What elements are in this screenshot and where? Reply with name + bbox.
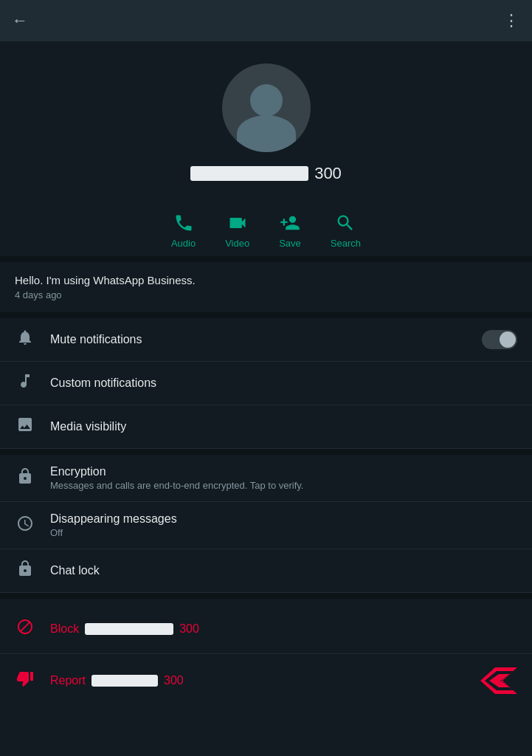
profile-section: 300 — [0, 41, 532, 198]
settings-section: Mute notifications Custom notifications … — [0, 318, 532, 593]
report-label: Report — [50, 674, 86, 687]
bell-icon — [15, 329, 35, 351]
disappearing-messages-content: Disappearing messages Off — [50, 512, 517, 538]
section-divider-4 — [0, 593, 532, 599]
timer-icon — [15, 515, 35, 537]
block-icon — [15, 618, 35, 640]
bio-section: Hello. I'm using WhatsApp Business. 4 da… — [0, 262, 532, 312]
report-name-number: 300 — [164, 674, 184, 687]
section-divider-2 — [0, 312, 532, 318]
chat-lock-title: Chat lock — [50, 564, 517, 577]
audio-icon — [173, 213, 194, 233]
media-visibility-content: Media visibility — [50, 420, 517, 433]
report-name-redacted — [91, 675, 158, 687]
bio-timestamp: 4 days ago — [15, 289, 517, 300]
encryption-subtitle: Messages and calls are end-to-end encryp… — [50, 480, 517, 491]
music-note-icon — [15, 372, 35, 394]
audio-button[interactable]: Audio — [171, 213, 196, 249]
encryption-content: Encryption Messages and calls are end-to… — [50, 465, 517, 491]
profile-name: 300 — [190, 164, 342, 183]
search-label: Search — [331, 238, 361, 249]
toggle-knob — [500, 331, 516, 348]
encryption-title: Encryption — [50, 465, 517, 478]
mute-notifications-title: Mute notifications — [50, 333, 467, 346]
lock-icon — [15, 467, 35, 489]
report-item[interactable]: Report 300 — [0, 654, 532, 707]
profile-number: 300 — [314, 164, 342, 183]
block-content: Block 300 — [50, 622, 517, 636]
chat-lock-content: Chat lock — [50, 564, 517, 577]
custom-notifications-title: Custom notifications — [50, 377, 517, 390]
save-label: Save — [279, 238, 301, 249]
custom-notifications-item[interactable]: Custom notifications — [0, 362, 532, 405]
menu-button[interactable]: ⋮ — [503, 11, 520, 30]
video-icon — [227, 213, 248, 233]
media-visibility-item[interactable]: Media visibility — [0, 405, 532, 449]
mute-notifications-item[interactable]: Mute notifications — [0, 318, 532, 362]
image-icon — [15, 416, 35, 438]
danger-section: Block 300 Report 300 — [0, 599, 532, 707]
chat-lock-item[interactable]: Chat lock — [0, 549, 532, 593]
bio-text: Hello. I'm using WhatsApp Business. — [15, 274, 517, 286]
custom-notifications-content: Custom notifications — [50, 377, 517, 390]
section-divider-1 — [0, 256, 532, 262]
audio-label: Audio — [171, 238, 196, 249]
back-button[interactable]: ← — [12, 11, 28, 30]
disappearing-messages-subtitle: Off — [50, 527, 517, 538]
section-divider-3 — [0, 449, 532, 455]
arrow-indicator — [480, 667, 517, 694]
red-arrow-icon — [480, 667, 517, 694]
video-label: Video — [225, 238, 249, 249]
thumbs-down-icon — [15, 670, 35, 692]
mute-notifications-content: Mute notifications — [50, 333, 467, 346]
encryption-item[interactable]: Encryption Messages and calls are end-to… — [0, 455, 532, 502]
save-icon — [280, 213, 300, 233]
disappearing-messages-item[interactable]: Disappearing messages Off — [0, 502, 532, 549]
mute-toggle[interactable] — [482, 330, 517, 349]
name-redacted-block — [190, 166, 308, 181]
block-name-redacted — [85, 623, 173, 635]
avatar[interactable] — [222, 63, 311, 152]
header-left: ← — [12, 11, 28, 30]
video-button[interactable]: Video — [225, 213, 249, 249]
block-item[interactable]: Block 300 — [0, 605, 532, 654]
avatar-head — [250, 84, 283, 117]
search-icon — [335, 213, 356, 233]
report-content: Report 300 — [50, 674, 466, 687]
avatar-body — [237, 115, 296, 152]
avatar-image — [222, 63, 311, 152]
block-name-number: 300 — [179, 622, 199, 636]
toggle-switch[interactable] — [482, 330, 517, 349]
search-button[interactable]: Search — [331, 213, 361, 249]
chat-lock-icon — [15, 560, 35, 582]
disappearing-messages-title: Disappearing messages — [50, 512, 517, 526]
action-buttons-row: Audio Video Save Search — [0, 198, 532, 256]
media-visibility-title: Media visibility — [50, 420, 517, 433]
save-button[interactable]: Save — [279, 213, 301, 249]
block-label: Block — [50, 622, 79, 636]
header: ← ⋮ — [0, 0, 532, 41]
